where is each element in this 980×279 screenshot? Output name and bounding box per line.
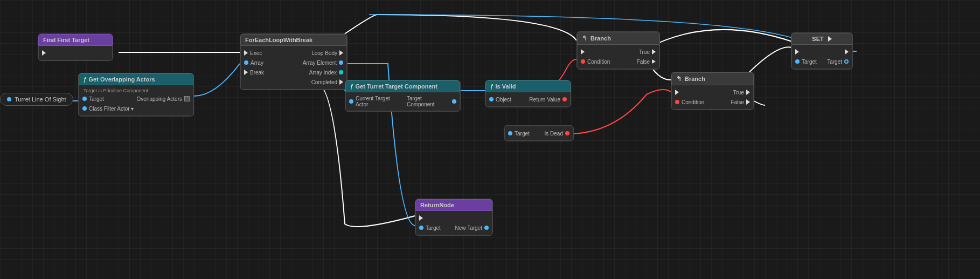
get-overlapping-subtitle: Target is Primitive Component — [79, 87, 193, 94]
branch2-true-pin — [746, 90, 750, 95]
set-title: SET — [812, 36, 823, 42]
branch2-condition-label: Condition — [682, 99, 704, 105]
branch1-title: Branch — [590, 35, 611, 42]
branch1-false-pin — [652, 59, 656, 64]
find-first-target-title: Find First Target — [43, 37, 89, 43]
get-overlapping-actors-node[interactable]: ƒ Get Overlapping Actors Target is Primi… — [78, 73, 194, 117]
loopbody-label: Loop Body — [311, 50, 337, 56]
exec-label: Exec — [250, 50, 262, 56]
arrayelement-out-pin — [339, 60, 343, 65]
object-in-pin — [489, 97, 494, 101]
get-turret-title: Get Turret Target Component — [356, 83, 437, 90]
array-label: Array — [251, 60, 263, 66]
branch2-false-label: False — [731, 99, 744, 105]
current-target-pin — [349, 99, 353, 104]
branch2-title: Branch — [685, 76, 705, 82]
break-pin — [244, 70, 248, 75]
is-valid-title: Is Valid — [496, 83, 516, 90]
branch1-icon: ↰ — [582, 35, 587, 42]
returnvalue-out-pin — [562, 97, 567, 101]
get-turret-target-node[interactable]: ƒ Get Turret Target Component Current Ta… — [345, 80, 461, 112]
exec-in-pin — [244, 50, 248, 56]
set-target-out — [844, 59, 849, 64]
arrayelement-label: Array Element — [303, 60, 337, 66]
classfilter-pin — [82, 106, 87, 111]
set-exec-in — [795, 49, 799, 55]
return-title: ReturnNode — [420, 202, 454, 208]
set-target-out-label: Target — [827, 59, 842, 65]
classfilter-label: Class Filter Actor ▾ — [89, 106, 134, 112]
break-label: Break — [250, 70, 264, 76]
return-target-label: Target — [426, 225, 441, 231]
array-in-pin — [244, 60, 248, 65]
completed-out-pin — [339, 79, 343, 85]
branch1-condition-pin — [581, 59, 585, 64]
object-label: Object — [496, 97, 511, 103]
set-target-in — [795, 59, 800, 64]
loopbody-out-pin — [339, 50, 343, 56]
branch1-condition-label: Condition — [587, 59, 610, 65]
branch2-exec-in — [675, 90, 679, 95]
target-label: Target — [89, 96, 104, 102]
branch1-false-label: False — [637, 59, 650, 65]
isdead-target-label: Target — [515, 131, 530, 137]
newtarget-label: New Target — [455, 225, 482, 231]
set-exec-out — [845, 49, 849, 55]
overlapping-label: Overlapping Actors — [137, 96, 183, 102]
return-exec-pin — [419, 215, 423, 221]
func-icon: ƒ — [84, 77, 87, 83]
turret-label: Turret Line Of Sight — [15, 96, 66, 103]
branch2-node[interactable]: ↰ Branch True Condition False — [671, 72, 754, 110]
isdead-target-pin — [508, 131, 512, 135]
get-overlapping-actors-title: Get Overlapping Actors — [89, 76, 155, 83]
return-node[interactable]: ReturnNode Target New Target — [415, 199, 493, 236]
branch1-exec-in — [581, 49, 585, 55]
for-each-loop-node[interactable]: ForEachLoopWithBreak Exec Loop Body Arra… — [240, 33, 347, 90]
isdead-label: Is Dead — [545, 131, 563, 137]
turret-output-pin — [7, 97, 11, 101]
branch2-true-label: True — [733, 90, 744, 96]
branch2-false-pin — [746, 99, 750, 105]
returnvalue-label: Return Value — [529, 97, 560, 103]
newtarget-out-pin — [484, 226, 489, 230]
arrayindex-label: Array Index — [309, 70, 337, 76]
set-target-in-label: Target — [802, 59, 817, 65]
is-dead-node[interactable]: Target Is Dead — [504, 125, 574, 141]
target-component-out-pin — [452, 99, 456, 104]
is-valid-node[interactable]: ƒ Is Valid Object Return Value — [485, 80, 571, 107]
target-in-pin — [82, 97, 87, 101]
set-exec-out-header — [828, 36, 832, 42]
set-node[interactable]: SET Target Target — [791, 32, 853, 70]
for-each-title: ForEachLoopWithBreak — [245, 37, 312, 43]
array-out-pin — [184, 96, 190, 101]
find-first-target-node[interactable]: Find First Target — [38, 33, 113, 61]
branch1-true-label: True — [639, 49, 650, 55]
func-icon2: ƒ — [350, 84, 353, 90]
branch2-condition-pin — [675, 100, 679, 104]
func-icon3: ƒ — [490, 84, 494, 90]
arrayindex-out-pin — [339, 70, 343, 74]
find-exec-out-pin — [42, 50, 46, 56]
current-target-label: Current Target Actor — [356, 96, 402, 107]
branch1-node[interactable]: ↰ Branch True Condition False — [576, 31, 660, 70]
return-target-pin — [419, 226, 423, 230]
turret-line-of-sight-node[interactable]: Turret Line Of Sight — [0, 93, 73, 106]
branch1-true-pin — [652, 49, 656, 55]
target-component-label: Target Component — [407, 96, 450, 107]
completed-label: Completed — [311, 79, 337, 85]
branch2-icon: ↰ — [676, 75, 682, 83]
isdead-out-pin — [565, 131, 569, 135]
